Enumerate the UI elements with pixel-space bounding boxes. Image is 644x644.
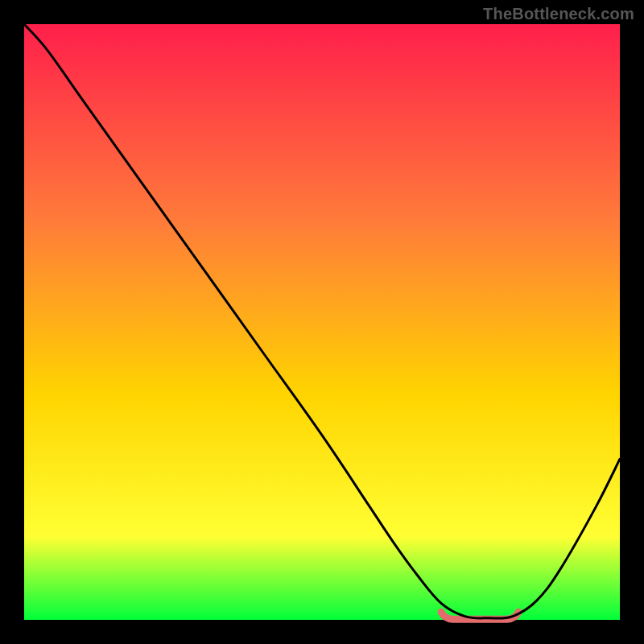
plot-background bbox=[24, 24, 620, 620]
bottleneck-chart bbox=[0, 0, 644, 644]
chart-frame: { "watermark": "TheBottleneck.com", "col… bbox=[0, 0, 644, 644]
watermark-text: TheBottleneck.com bbox=[483, 5, 634, 23]
